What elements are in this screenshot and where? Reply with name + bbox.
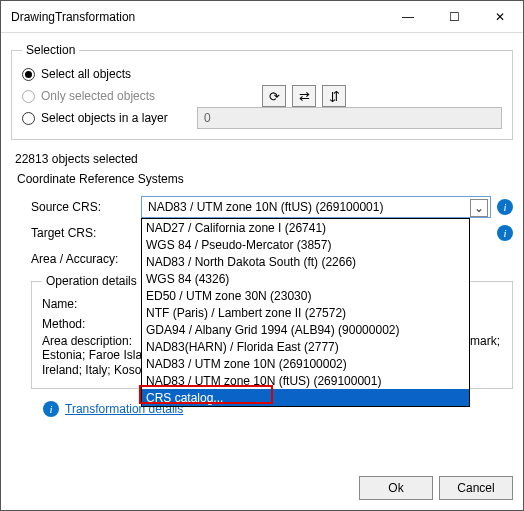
- radio-only-selected-label: Only selected objects: [41, 89, 155, 103]
- area-accuracy-label: Area / Accuracy:: [31, 252, 141, 266]
- crs-option[interactable]: NAD27 / California zone I (26741): [142, 219, 469, 236]
- objects-selected-status: 22813 objects selected: [15, 152, 513, 166]
- crs-form: Source CRS: NAD83 / UTM zone 10N (ftUS) …: [11, 194, 513, 423]
- close-icon: ✕: [495, 10, 505, 24]
- radio-only-selected: [22, 90, 35, 103]
- op-name-label: Name:: [42, 297, 152, 311]
- crs-option[interactable]: ED50 / UTM zone 30N (23030): [142, 287, 469, 304]
- crs-option[interactable]: WGS 84 / Pseudo-Mercator (3857): [142, 236, 469, 253]
- window-title: DrawingTransformation: [11, 10, 385, 24]
- tool-icon-2: ⇄: [299, 89, 310, 104]
- dialog-window: DrawingTransformation — ☐ ✕ Selection Se…: [0, 0, 524, 511]
- tool-button-3[interactable]: ⇵: [322, 85, 346, 107]
- radio-select-all[interactable]: [22, 68, 35, 81]
- tool-icon-1: ⟳: [269, 89, 280, 104]
- crs-option[interactable]: NAD83(HARN) / Florida East (2777): [142, 338, 469, 355]
- layer-combo[interactable]: 0: [197, 107, 502, 129]
- crs-option[interactable]: WGS 84 (4326): [142, 270, 469, 287]
- crs-option[interactable]: NTF (Paris) / Lambert zone II (27572): [142, 304, 469, 321]
- chevron-down-icon: ⌄: [470, 199, 488, 217]
- maximize-button[interactable]: ☐: [431, 1, 477, 33]
- close-button[interactable]: ✕: [477, 1, 523, 33]
- radio-select-all-label: Select all objects: [41, 67, 131, 81]
- op-method-label: Method:: [42, 317, 152, 331]
- selection-group: Selection Select all objects Only select…: [11, 43, 513, 140]
- target-crs-label: Target CRS:: [31, 226, 141, 240]
- source-crs-combo[interactable]: NAD83 / UTM zone 10N (ftUS) (269100001) …: [141, 196, 491, 218]
- ok-button-label: Ok: [388, 481, 403, 495]
- operation-details-legend: Operation details: [42, 274, 141, 288]
- crs-option[interactable]: NAD83 / UTM zone 10N (ftUS) (269100001): [142, 372, 469, 389]
- cancel-button-label: Cancel: [457, 481, 494, 495]
- selection-legend: Selection: [22, 43, 79, 57]
- tool-button-1[interactable]: ⟳: [262, 85, 286, 107]
- dialog-footer: Ok Cancel: [1, 466, 523, 510]
- tool-icon-3: ⇵: [329, 89, 340, 104]
- minimize-button[interactable]: —: [385, 1, 431, 33]
- source-crs-label: Source CRS:: [31, 200, 141, 214]
- source-crs-info-icon[interactable]: i: [497, 199, 513, 215]
- crs-option[interactable]: CRS catalog...: [142, 389, 469, 406]
- radio-select-layer[interactable]: [22, 112, 35, 125]
- minimize-icon: —: [402, 10, 414, 24]
- layer-combo-value: 0: [204, 111, 211, 125]
- tool-button-2[interactable]: ⇄: [292, 85, 316, 107]
- crs-option[interactable]: NAD83 / UTM zone 10N (269100002): [142, 355, 469, 372]
- op-area-label: Area description:: [42, 334, 152, 348]
- cancel-button[interactable]: Cancel: [439, 476, 513, 500]
- maximize-icon: ☐: [449, 10, 460, 24]
- radio-select-layer-label: Select objects in a layer: [41, 111, 191, 125]
- dialog-content: Selection Select all objects Only select…: [1, 33, 523, 466]
- source-crs-value: NAD83 / UTM zone 10N (ftUS) (269100001): [148, 200, 383, 214]
- target-crs-info-icon[interactable]: i: [497, 225, 513, 241]
- transformation-info-icon: i: [43, 401, 59, 417]
- crs-group-title: Coordinate Reference Systems: [17, 172, 513, 186]
- ok-button[interactable]: Ok: [359, 476, 433, 500]
- crs-option[interactable]: GDA94 / Albany Grid 1994 (ALB94) (900000…: [142, 321, 469, 338]
- crs-option[interactable]: NAD83 / North Dakota South (ft) (2266): [142, 253, 469, 270]
- source-crs-dropdown[interactable]: NAD27 / California zone I (26741)WGS 84 …: [141, 218, 470, 407]
- titlebar: DrawingTransformation — ☐ ✕: [1, 1, 523, 33]
